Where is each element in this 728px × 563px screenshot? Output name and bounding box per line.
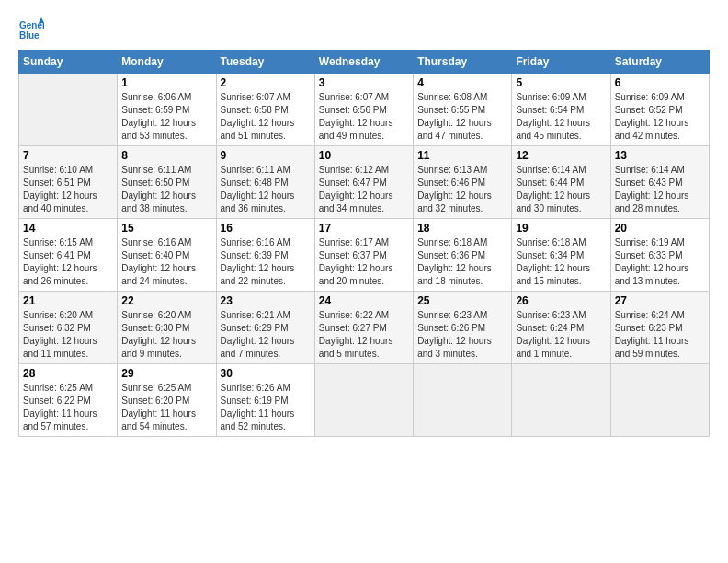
calendar-cell: 12Sunrise: 6:14 AM Sunset: 6:44 PM Dayli… — [512, 146, 610, 219]
day-info: Sunrise: 6:16 AM Sunset: 6:40 PM Dayligh… — [121, 236, 211, 288]
day-number: 9 — [221, 149, 311, 162]
calendar-cell: 21Sunrise: 6:20 AM Sunset: 6:32 PM Dayli… — [19, 292, 118, 364]
calendar-cell: 27Sunrise: 6:24 AM Sunset: 6:23 PM Dayli… — [610, 292, 709, 364]
day-info: Sunrise: 6:19 AM Sunset: 6:33 PM Dayligh… — [615, 236, 705, 288]
calendar-cell: 29Sunrise: 6:25 AM Sunset: 6:20 PM Dayli… — [118, 364, 216, 437]
calendar-cell — [314, 364, 413, 437]
day-info: Sunrise: 6:17 AM Sunset: 6:37 PM Dayligh… — [319, 236, 409, 288]
day-number: 12 — [516, 149, 606, 162]
calendar-cell: 5Sunrise: 6:09 AM Sunset: 6:54 PM Daylig… — [512, 74, 610, 146]
calendar-cell: 30Sunrise: 6:26 AM Sunset: 6:19 PM Dayli… — [216, 364, 314, 437]
day-info: Sunrise: 6:24 AM Sunset: 6:23 PM Dayligh… — [615, 309, 705, 361]
svg-text:Blue: Blue — [19, 30, 40, 40]
logo-icon: General Blue — [18, 17, 44, 42]
day-number: 7 — [23, 149, 113, 162]
calendar-cell: 2Sunrise: 6:07 AM Sunset: 6:58 PM Daylig… — [216, 74, 314, 146]
day-number: 5 — [516, 76, 606, 89]
calendar-cell: 6Sunrise: 6:09 AM Sunset: 6:52 PM Daylig… — [610, 74, 709, 146]
calendar-cell: 7Sunrise: 6:10 AM Sunset: 6:51 PM Daylig… — [19, 146, 118, 219]
calendar-week-row: 21Sunrise: 6:20 AM Sunset: 6:32 PM Dayli… — [19, 292, 710, 364]
weekday-header-friday: Friday — [512, 51, 610, 74]
calendar-cell: 28Sunrise: 6:25 AM Sunset: 6:22 PM Dayli… — [19, 364, 118, 437]
day-info: Sunrise: 6:23 AM Sunset: 6:24 PM Dayligh… — [516, 309, 606, 361]
day-info: Sunrise: 6:14 AM Sunset: 6:44 PM Dayligh… — [516, 164, 606, 215]
weekday-header-sunday: Sunday — [19, 51, 118, 74]
day-info: Sunrise: 6:25 AM Sunset: 6:20 PM Dayligh… — [121, 382, 211, 433]
day-number: 27 — [615, 294, 705, 307]
day-number: 22 — [121, 294, 211, 307]
calendar-cell: 26Sunrise: 6:23 AM Sunset: 6:24 PM Dayli… — [512, 292, 610, 364]
calendar-cell — [414, 364, 512, 437]
calendar-week-row: 14Sunrise: 6:15 AM Sunset: 6:41 PM Dayli… — [19, 219, 710, 292]
day-number: 18 — [417, 222, 507, 235]
day-info: Sunrise: 6:20 AM Sunset: 6:32 PM Dayligh… — [23, 309, 113, 361]
weekday-header-tuesday: Tuesday — [216, 51, 314, 74]
day-info: Sunrise: 6:11 AM Sunset: 6:48 PM Dayligh… — [221, 164, 311, 215]
weekday-header-saturday: Saturday — [610, 51, 709, 74]
weekday-header-wednesday: Wednesday — [314, 51, 413, 74]
calendar-cell: 19Sunrise: 6:18 AM Sunset: 6:34 PM Dayli… — [512, 219, 610, 292]
day-number: 20 — [615, 222, 705, 235]
day-number: 11 — [417, 149, 507, 162]
calendar-cell — [610, 364, 709, 437]
day-info: Sunrise: 6:18 AM Sunset: 6:34 PM Dayligh… — [516, 236, 606, 288]
logo-container: General Blue — [18, 17, 44, 42]
calendar-cell: 20Sunrise: 6:19 AM Sunset: 6:33 PM Dayli… — [610, 219, 709, 292]
calendar-cell: 10Sunrise: 6:12 AM Sunset: 6:47 PM Dayli… — [314, 146, 413, 219]
day-info: Sunrise: 6:14 AM Sunset: 6:43 PM Dayligh… — [615, 164, 705, 215]
calendar-cell: 1Sunrise: 6:06 AM Sunset: 6:59 PM Daylig… — [118, 74, 216, 146]
calendar-cell: 16Sunrise: 6:16 AM Sunset: 6:39 PM Dayli… — [216, 219, 314, 292]
calendar-table: SundayMondayTuesdayWednesdayThursdayFrid… — [18, 50, 710, 437]
day-info: Sunrise: 6:18 AM Sunset: 6:36 PM Dayligh… — [417, 236, 507, 288]
day-info: Sunrise: 6:07 AM Sunset: 6:58 PM Dayligh… — [221, 91, 311, 143]
day-number: 10 — [319, 149, 409, 162]
day-info: Sunrise: 6:21 AM Sunset: 6:29 PM Dayligh… — [221, 309, 311, 361]
weekday-header-thursday: Thursday — [414, 51, 512, 74]
day-number: 26 — [516, 294, 606, 307]
calendar-week-row: 1Sunrise: 6:06 AM Sunset: 6:59 PM Daylig… — [19, 74, 710, 146]
day-info: Sunrise: 6:10 AM Sunset: 6:51 PM Dayligh… — [23, 164, 113, 215]
day-number: 16 — [221, 222, 311, 235]
day-number: 6 — [615, 76, 705, 89]
day-number: 1 — [121, 76, 211, 89]
day-info: Sunrise: 6:06 AM Sunset: 6:59 PM Dayligh… — [121, 91, 211, 143]
day-number: 17 — [319, 222, 409, 235]
day-info: Sunrise: 6:16 AM Sunset: 6:39 PM Dayligh… — [221, 236, 311, 288]
calendar-cell — [19, 74, 118, 146]
calendar-cell: 25Sunrise: 6:23 AM Sunset: 6:26 PM Dayli… — [414, 292, 512, 364]
calendar-cell: 15Sunrise: 6:16 AM Sunset: 6:40 PM Dayli… — [118, 219, 216, 292]
calendar-cell: 8Sunrise: 6:11 AM Sunset: 6:50 PM Daylig… — [118, 146, 216, 219]
weekday-header-monday: Monday — [118, 51, 216, 74]
day-number: 4 — [417, 76, 507, 89]
day-number: 14 — [23, 222, 113, 235]
calendar-cell: 22Sunrise: 6:20 AM Sunset: 6:30 PM Dayli… — [118, 292, 216, 364]
day-number: 21 — [23, 294, 113, 307]
day-number: 24 — [319, 294, 409, 307]
day-number: 29 — [121, 367, 211, 380]
day-info: Sunrise: 6:25 AM Sunset: 6:22 PM Dayligh… — [23, 382, 113, 433]
day-number: 19 — [516, 222, 606, 235]
day-info: Sunrise: 6:22 AM Sunset: 6:27 PM Dayligh… — [319, 309, 409, 361]
day-info: Sunrise: 6:09 AM Sunset: 6:54 PM Dayligh… — [516, 91, 606, 143]
day-number: 28 — [23, 367, 113, 380]
day-info: Sunrise: 6:12 AM Sunset: 6:47 PM Dayligh… — [319, 164, 409, 215]
calendar-cell: 11Sunrise: 6:13 AM Sunset: 6:46 PM Dayli… — [414, 146, 512, 219]
day-info: Sunrise: 6:23 AM Sunset: 6:26 PM Dayligh… — [417, 309, 507, 361]
calendar-cell: 3Sunrise: 6:07 AM Sunset: 6:56 PM Daylig… — [314, 74, 413, 146]
day-number: 13 — [615, 149, 705, 162]
day-number: 2 — [221, 76, 311, 89]
calendar-cell: 13Sunrise: 6:14 AM Sunset: 6:43 PM Dayli… — [610, 146, 709, 219]
logo: General Blue — [18, 17, 44, 42]
day-info: Sunrise: 6:20 AM Sunset: 6:30 PM Dayligh… — [121, 309, 211, 361]
day-number: 30 — [221, 367, 311, 380]
day-info: Sunrise: 6:11 AM Sunset: 6:50 PM Dayligh… — [121, 164, 211, 215]
day-number: 3 — [319, 76, 409, 89]
day-number: 25 — [417, 294, 507, 307]
calendar-cell: 24Sunrise: 6:22 AM Sunset: 6:27 PM Dayli… — [314, 292, 413, 364]
calendar-cell: 17Sunrise: 6:17 AM Sunset: 6:37 PM Dayli… — [314, 219, 413, 292]
day-info: Sunrise: 6:15 AM Sunset: 6:41 PM Dayligh… — [23, 236, 113, 288]
day-info: Sunrise: 6:26 AM Sunset: 6:19 PM Dayligh… — [221, 382, 311, 433]
calendar-week-row: 7Sunrise: 6:10 AM Sunset: 6:51 PM Daylig… — [19, 146, 710, 219]
calendar-cell: 4Sunrise: 6:08 AM Sunset: 6:55 PM Daylig… — [414, 74, 512, 146]
day-number: 15 — [121, 222, 211, 235]
